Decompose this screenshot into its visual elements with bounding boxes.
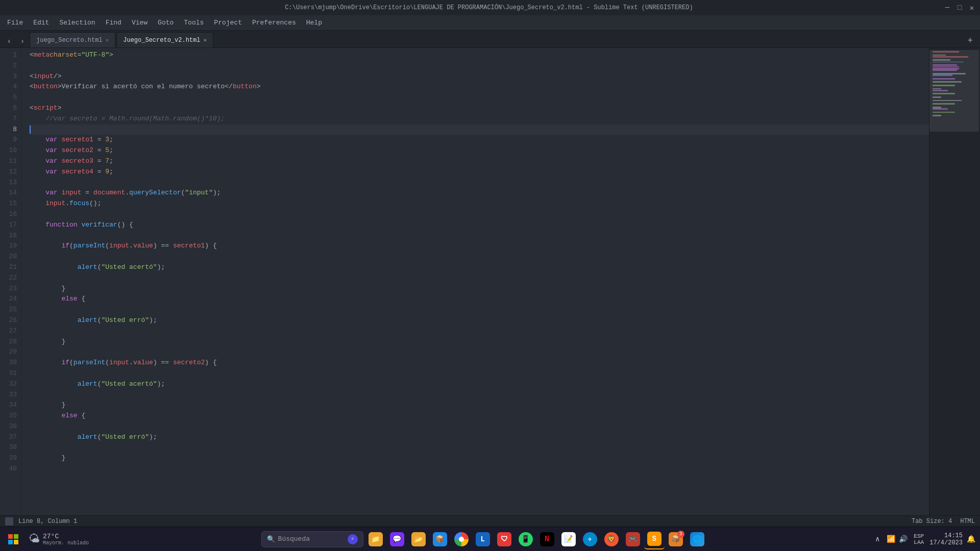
svg-rect-1 — [14, 534, 18, 539]
code-line-39: } — [30, 453, 929, 464]
line-num-6: 6 — [8, 103, 17, 114]
code-line-25 — [30, 305, 929, 315]
line-num-4: 4 — [8, 82, 17, 92]
taskbar-netflix[interactable]: N — [537, 529, 557, 549]
title-bar: C:\Users\mjump\OneDrive\Escritorio\LENGU… — [0, 0, 980, 15]
taskbar-whatsapp[interactable]: 📱 — [516, 529, 536, 549]
line-num-14: 14 — [8, 188, 17, 198]
code-line-36 — [30, 421, 929, 432]
taskbar-red-app[interactable]: 🎮 — [623, 529, 643, 549]
taskbar-sublime[interactable]: S — [644, 529, 665, 549]
code-line-2 — [30, 61, 929, 71]
line-num-28: 28 — [8, 337, 17, 347]
search-icon: 🔍 — [267, 535, 275, 543]
code-line-40 — [30, 464, 929, 474]
code-line-20 — [30, 252, 929, 262]
editor[interactable]: 1 2 3 4 5 6 7 8 9 10 11 12 13 14 15 16 1… — [0, 48, 980, 515]
line-num-34: 34 — [8, 400, 17, 411]
tab-juego-secreto[interactable]: juego_Secreto.html ✕ — [30, 32, 115, 47]
menu-preferences[interactable]: Preferences — [247, 17, 301, 29]
line-num-39: 39 — [8, 453, 17, 464]
tab-label-active: Juego_Secreto_v2.html — [123, 37, 200, 44]
taskbar-brave[interactable]: 🦁 — [601, 529, 622, 549]
taskbar-messaging[interactable]: 💬 — [387, 529, 407, 549]
taskbar-file-explorer[interactable]: 📁 — [365, 529, 386, 549]
menu-edit[interactable]: Edit — [28, 17, 54, 29]
linguee-icon: L — [476, 532, 490, 546]
tab-juego-secreto-v2[interactable]: Juego_Secreto_v2.html ✕ — [116, 32, 213, 47]
maximize-button[interactable]: □ — [955, 4, 964, 12]
taskbar-telegram[interactable]: ✈ — [580, 529, 600, 549]
close-button[interactable]: ✕ — [968, 4, 976, 12]
new-tab-button[interactable]: + — [962, 34, 978, 47]
code-line-13 — [30, 178, 929, 188]
tray-volume[interactable]: 🔊 — [898, 534, 908, 544]
menu-tools[interactable]: Tools — [179, 17, 209, 29]
taskbar-malwarebytes[interactable]: 🛡 — [494, 529, 514, 549]
line-num-21: 21 — [8, 262, 17, 273]
notepad-icon: 📝 — [561, 532, 576, 546]
line-num-13: 13 — [8, 178, 17, 188]
line-num-30: 30 — [8, 358, 17, 368]
menu-file[interactable]: File — [2, 17, 28, 29]
taskbar-right: ∧ 📶 🔊 ESP LAA 14:15 17/4/2023 🔔 — [872, 532, 976, 546]
menu-help[interactable]: Help — [301, 17, 327, 29]
taskbar-notepad[interactable]: 📝 — [558, 529, 579, 549]
taskbar-files[interactable]: 📂 — [408, 529, 429, 549]
taskbar-edge[interactable]: 🌐 — [687, 529, 707, 549]
line-num-1: 1 — [8, 50, 17, 61]
telegram-icon: ✈ — [583, 532, 597, 546]
line-num-7: 7 — [8, 114, 17, 124]
chrome-icon — [454, 532, 469, 546]
messaging-icon: 💬 — [390, 532, 404, 546]
minimize-button[interactable]: ─ — [943, 4, 951, 12]
status-icon — [5, 517, 13, 525]
tab-close-1[interactable]: ✕ — [106, 37, 109, 43]
line-num-29: 29 — [8, 347, 17, 358]
tab-size[interactable]: Tab Size: 4 — [912, 518, 952, 525]
menu-bar: File Edit Selection Find View Goto Tools… — [0, 15, 980, 31]
taskbar-store[interactable]: 📦 — [430, 529, 450, 549]
minimap — [929, 48, 980, 515]
code-line-22 — [30, 273, 929, 284]
tab-nav-back[interactable]: ‹ — [3, 35, 15, 47]
line-num-9: 9 — [8, 135, 17, 145]
search-badge: ⚡ — [348, 534, 358, 544]
taskbar-package[interactable]: 📦 3 — [666, 529, 686, 549]
language-mode[interactable]: HTML — [960, 518, 975, 525]
taskbar-chrome[interactable] — [451, 529, 472, 549]
code-line-7: //var secreto = Math.round(Math.random()… — [30, 114, 929, 124]
line-num-15: 15 — [8, 198, 17, 209]
whatsapp-icon: 📱 — [519, 532, 533, 546]
svg-rect-0 — [8, 534, 13, 539]
menu-view[interactable]: View — [127, 17, 153, 29]
code-line-32: alert("Usted acertó"); — [30, 379, 929, 390]
line-numbers: 1 2 3 4 5 6 7 8 9 10 11 12 13 14 15 16 1… — [0, 48, 21, 515]
files-icon: 📂 — [411, 532, 426, 546]
notification-center[interactable]: 🔔 — [966, 534, 976, 544]
start-button[interactable] — [4, 530, 22, 548]
code-line-27 — [30, 326, 929, 337]
code-line-38 — [30, 442, 929, 453]
search-bar[interactable]: 🔍 Búsqueda ⚡ — [261, 531, 363, 547]
sublime-icon: S — [647, 532, 662, 546]
code-line-9: var secreto1 = 3; — [30, 135, 929, 145]
menu-goto[interactable]: Goto — [153, 17, 179, 29]
code-editor[interactable]: <meta charset="UTF-8"> <input/> <button>… — [21, 48, 929, 515]
locale-lang: ESP — [914, 533, 924, 539]
datetime[interactable]: 14:15 17/4/2023 — [929, 532, 963, 546]
menu-find[interactable]: Find — [101, 17, 127, 29]
line-num-25: 25 — [8, 305, 17, 315]
tray-network[interactable]: 📶 — [886, 534, 896, 544]
code-line-30: if(parseInt(input.value) == secreto2) { — [30, 358, 929, 368]
line-num-31: 31 — [8, 368, 17, 379]
tab-nav-forward[interactable]: › — [16, 35, 29, 47]
tab-close-2[interactable]: ✕ — [203, 37, 207, 43]
brave-icon: 🦁 — [604, 532, 619, 546]
taskbar-linguee[interactable]: L — [473, 529, 493, 549]
line-num-10: 10 — [8, 145, 17, 156]
menu-selection[interactable]: Selection — [54, 17, 100, 29]
menu-project[interactable]: Project — [209, 17, 247, 29]
line-num-12: 12 — [8, 167, 17, 178]
show-hidden-icons[interactable]: ∧ — [872, 534, 883, 544]
